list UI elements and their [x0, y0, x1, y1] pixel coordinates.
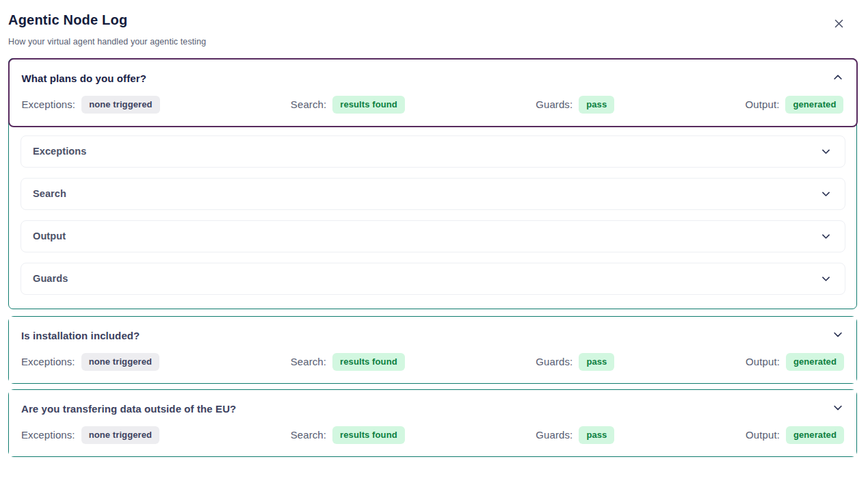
status-label: Output: — [746, 99, 780, 110]
section-title: Guards — [33, 273, 68, 284]
status-badge: none triggered — [81, 426, 159, 444]
chevron-up-icon — [832, 71, 844, 83]
status-label: Guards: — [536, 429, 573, 441]
status-badge: results found — [332, 96, 405, 114]
status-badge: none triggered — [81, 96, 159, 114]
qa-card: Are you transfering data outside of the … — [8, 389, 857, 457]
status-group-exceptions: Exceptions:none triggered — [22, 96, 160, 114]
qa-card-header[interactable]: Are you transfering data outside of the … — [9, 390, 856, 456]
chevron-down-icon — [832, 328, 844, 341]
page-subtitle: How your virtual agent handled your agen… — [8, 37, 857, 47]
chevron-down-icon — [820, 231, 832, 242]
status-group-output: Output:generated — [746, 96, 844, 114]
page-title: Agentic Node Log — [8, 12, 857, 28]
status-label: Exceptions: — [21, 429, 75, 441]
panel-header: Agentic Node Log How your virtual agent … — [8, 12, 857, 47]
status-row: Exceptions:none triggeredSearch:results … — [21, 426, 844, 444]
status-group-guards: Guards:pass — [536, 426, 614, 444]
section-accordion-output[interactable]: Output — [21, 220, 845, 252]
status-badge: generated — [786, 426, 844, 444]
status-row: Exceptions:none triggeredSearch:results … — [22, 96, 844, 114]
status-label: Output: — [746, 356, 780, 367]
status-label: Search: — [291, 429, 326, 441]
chevron-down-icon — [820, 146, 832, 157]
question-title: What plans do you offer? — [22, 71, 146, 84]
qa-card: Is installation included?Exceptions:none… — [8, 316, 857, 384]
status-group-exceptions: Exceptions:none triggered — [21, 426, 159, 444]
question-title: Is installation included? — [21, 328, 140, 341]
status-label: Output: — [746, 429, 780, 441]
qa-card-list: What plans do you offer?Exceptions:none … — [8, 58, 857, 457]
status-badge: results found — [332, 353, 405, 371]
status-label: Guards: — [536, 99, 573, 110]
status-badge: none triggered — [81, 353, 159, 371]
status-group-guards: Guards:pass — [536, 353, 614, 371]
status-group-search: Search:results found — [291, 426, 405, 444]
qa-card-content: ExceptionsSearchOutputGuards — [9, 127, 856, 309]
question-title: Are you transfering data outside of the … — [21, 402, 236, 415]
section-title: Output — [33, 231, 66, 242]
status-group-output: Output:generated — [746, 426, 844, 444]
status-label: Exceptions: — [22, 99, 76, 110]
status-label: Guards: — [536, 356, 573, 367]
section-title: Exceptions — [33, 146, 86, 157]
status-badge: results found — [332, 426, 405, 444]
chevron-down-icon — [820, 188, 832, 200]
agentic-node-log-panel: Agentic Node Log How your virtual agent … — [0, 0, 868, 483]
section-accordion-exceptions[interactable]: Exceptions — [21, 135, 845, 168]
close-icon — [834, 18, 844, 29]
status-group-output: Output:generated — [746, 353, 844, 371]
section-title: Search — [33, 188, 66, 199]
status-group-guards: Guards:pass — [536, 96, 614, 114]
status-group-search: Search:results found — [291, 96, 405, 114]
status-row: Exceptions:none triggeredSearch:results … — [21, 353, 844, 371]
section-accordion-guards[interactable]: Guards — [21, 263, 845, 295]
section-accordion-search[interactable]: Search — [21, 178, 845, 210]
status-group-exceptions: Exceptions:none triggered — [21, 353, 159, 371]
status-label: Exceptions: — [21, 356, 75, 367]
status-badge: pass — [579, 353, 614, 371]
status-group-search: Search:results found — [291, 353, 405, 371]
status-badge: pass — [579, 96, 614, 114]
qa-card-header[interactable]: Is installation included?Exceptions:none… — [9, 317, 856, 383]
chevron-down-icon — [820, 273, 832, 285]
status-badge: pass — [579, 426, 614, 444]
status-label: Search: — [291, 99, 326, 110]
chevron-down-icon — [832, 402, 844, 414]
status-badge: generated — [786, 353, 844, 371]
status-badge: generated — [785, 96, 843, 114]
qa-card: What plans do you offer?Exceptions:none … — [8, 58, 857, 309]
close-button[interactable] — [831, 16, 846, 31]
status-label: Search: — [291, 356, 326, 367]
qa-card-header[interactable]: What plans do you offer?Exceptions:none … — [8, 58, 858, 127]
